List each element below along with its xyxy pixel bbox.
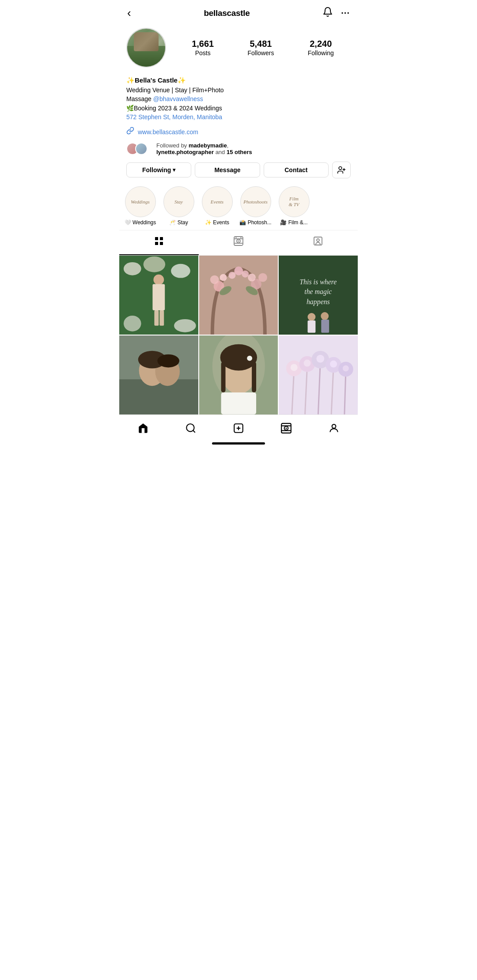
stats-row: 1,661 Posts 5,481 Followers 2,240 Follow… xyxy=(175,39,351,57)
highlight-events[interactable]: Events ✨ Events xyxy=(201,186,234,226)
profile-display-name: ✨Bella's Castle✨ xyxy=(126,76,351,84)
svg-rect-24 xyxy=(152,284,165,311)
svg-point-20 xyxy=(171,264,190,278)
contact-button[interactable]: Contact xyxy=(264,162,329,177)
svg-point-34 xyxy=(248,274,256,282)
bio-mention[interactable]: @bhavvawellness xyxy=(153,95,203,102)
followers-label: Followers xyxy=(248,49,274,57)
svg-rect-52 xyxy=(119,379,198,414)
notification-bell-icon[interactable] xyxy=(322,7,333,20)
followers-stat[interactable]: 5,481 Followers xyxy=(248,39,274,57)
bio-section: ✨Bella's Castle✨ Wedding Venue | Stay | … xyxy=(119,72,358,124)
highlight-circle-events: Events xyxy=(202,186,233,217)
back-button[interactable]: ‹ xyxy=(127,6,131,20)
website-link[interactable]: www.bellascastle.com xyxy=(138,128,198,136)
svg-rect-63 xyxy=(252,362,256,392)
svg-rect-49 xyxy=(322,320,329,333)
following-label: Following xyxy=(308,49,334,57)
chevron-down-icon: ▾ xyxy=(173,167,175,173)
svg-point-21 xyxy=(124,316,141,332)
bio-booking: 🌿Booking 2023 & 2024 Weddings xyxy=(126,105,222,112)
mutual-follower-avatar-2 xyxy=(135,143,148,155)
highlight-circle-film: Film& TV xyxy=(279,186,310,217)
svg-point-82 xyxy=(186,424,194,431)
svg-point-75 xyxy=(317,355,325,363)
tab-grid[interactable] xyxy=(119,230,199,255)
mutual-followers-row: Followed by madebymadie, lynette.photogr… xyxy=(119,139,358,160)
highlight-circle-photoshoots: Photoshoots xyxy=(240,186,271,217)
svg-text:This is where: This is where xyxy=(300,278,337,286)
tab-tagged[interactable] xyxy=(278,230,358,255)
svg-point-81 xyxy=(343,365,349,371)
following-count: 2,240 xyxy=(308,39,334,49)
reels-icon xyxy=(233,236,244,249)
svg-point-72 xyxy=(304,359,311,366)
svg-rect-6 xyxy=(160,242,163,245)
svg-point-37 xyxy=(242,271,249,278)
photo-3[interactable]: This is where the magic happens xyxy=(279,256,358,335)
highlight-film[interactable]: Film& TV 🎥 Film &... xyxy=(277,186,310,226)
svg-point-19 xyxy=(144,256,166,272)
highlight-stay[interactable]: Stay 🥂 Stay xyxy=(162,186,195,226)
svg-rect-26 xyxy=(159,310,164,326)
svg-point-64 xyxy=(247,356,252,361)
bottom-nav xyxy=(119,415,358,440)
highlight-circle-stay: Stay xyxy=(163,186,194,217)
avatar[interactable] xyxy=(126,28,166,68)
tab-reels[interactable] xyxy=(199,230,278,255)
highlights-row: Weddings 🤍 Weddings Stay 🥂 Stay Events ✨… xyxy=(119,185,358,228)
svg-rect-48 xyxy=(308,320,316,333)
home-indicator xyxy=(212,442,265,445)
photo-grid: This is where the magic happens xyxy=(119,256,358,414)
svg-point-92 xyxy=(332,424,336,428)
svg-point-36 xyxy=(228,272,235,279)
nav-create[interactable] xyxy=(227,420,250,436)
following-stat[interactable]: 2,240 Following xyxy=(308,39,334,57)
svg-point-33 xyxy=(258,273,267,282)
svg-rect-25 xyxy=(154,310,159,326)
header: ‹ bellascastle ··· xyxy=(119,0,358,24)
message-button[interactable]: Message xyxy=(195,162,260,177)
highlight-label-film: 🎥 Film &... xyxy=(280,219,307,226)
profile-username: bellascastle xyxy=(204,8,250,18)
svg-point-69 xyxy=(291,364,298,371)
photo-4[interactable] xyxy=(119,335,198,415)
bio-text: Wedding Venue | Stay | Film+Photo Massag… xyxy=(126,86,351,121)
grid-icon xyxy=(154,236,164,249)
posts-count: 1,661 xyxy=(192,39,214,49)
svg-rect-5 xyxy=(155,242,158,245)
content-tabs xyxy=(119,230,358,256)
svg-point-15 xyxy=(317,239,319,241)
link-icon xyxy=(126,127,134,137)
photo-5[interactable] xyxy=(199,335,278,415)
nav-search[interactable] xyxy=(180,420,202,436)
posts-stat[interactable]: 1,661 Posts xyxy=(192,39,214,57)
svg-point-56 xyxy=(157,354,179,368)
following-button[interactable]: Following ▾ xyxy=(126,162,191,177)
mutual-followers-avatars xyxy=(126,143,144,155)
highlight-photoshoots[interactable]: Photoshoots 📸 Photosh... xyxy=(239,186,272,226)
svg-point-13 xyxy=(240,237,241,238)
nav-profile[interactable] xyxy=(323,420,345,436)
svg-rect-4 xyxy=(160,237,163,240)
more-options-icon[interactable]: ··· xyxy=(341,8,350,18)
profile-section: 1,661 Posts 5,481 Followers 2,240 Follow… xyxy=(119,24,358,72)
photo-1[interactable] xyxy=(119,256,198,335)
highlight-label-photoshoots: 📸 Photosh... xyxy=(239,219,271,226)
add-friend-button[interactable] xyxy=(332,162,351,178)
mutual-followers-text[interactable]: Followed by madebymadie, lynette.photogr… xyxy=(156,142,252,155)
photo-6[interactable] xyxy=(279,335,358,415)
highlight-label-weddings: 🤍 Weddings xyxy=(125,219,156,226)
nav-home[interactable] xyxy=(132,420,154,436)
svg-text:the magic: the magic xyxy=(305,288,332,296)
header-icons: ··· xyxy=(322,7,350,20)
svg-point-0 xyxy=(339,167,342,170)
photo-2[interactable] xyxy=(199,256,278,335)
tagged-icon xyxy=(313,236,323,249)
highlight-weddings[interactable]: Weddings 🤍 Weddings xyxy=(124,186,157,226)
nav-reels[interactable] xyxy=(275,420,297,436)
svg-point-31 xyxy=(220,274,227,281)
svg-point-9 xyxy=(238,241,239,242)
svg-point-46 xyxy=(308,313,316,321)
bio-location[interactable]: 572 Stephen St, Morden, Manitoba xyxy=(126,113,222,121)
